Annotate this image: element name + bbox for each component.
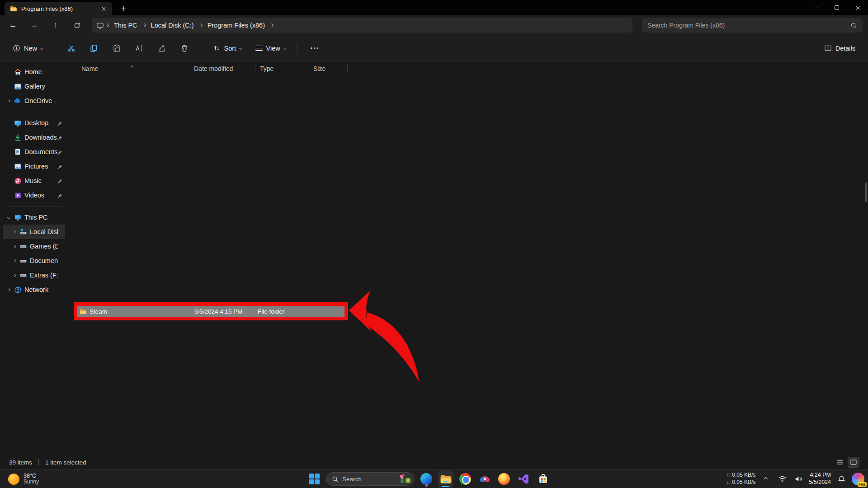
details-view-button[interactable] xyxy=(835,457,845,467)
sidebar-item-gallery[interactable]: Gallery xyxy=(3,79,65,94)
clock-widget[interactable]: 4:24 PM 5/5/2024 xyxy=(809,472,831,486)
sidebar-item-documents-e[interactable]: Documents (E:) xyxy=(3,253,65,268)
file-row-steam[interactable]: Steam 5/5/2024 4:15 PM File folder xyxy=(77,306,344,317)
sidebar-item-label: Pictures xyxy=(24,163,58,170)
column-header-date-modified[interactable]: Date modified xyxy=(194,63,233,75)
maximize-button[interactable] xyxy=(826,0,847,15)
chevron-right-icon xyxy=(105,23,109,27)
column-header-size[interactable]: Size xyxy=(313,63,326,75)
wifi-button[interactable] xyxy=(776,472,788,486)
breadcrumb-local-disk[interactable]: Local Disk (C:) xyxy=(147,20,198,30)
weather-widget[interactable]: 38°C Sunny xyxy=(5,469,42,488)
copy-button[interactable] xyxy=(85,40,103,57)
upload-speed: ↑: 0.05 KB/s xyxy=(726,472,756,479)
large-icons-view-button[interactable] xyxy=(848,457,859,467)
taskbar-center xyxy=(307,469,551,488)
delete-button[interactable] xyxy=(175,40,193,57)
notifications-button[interactable] xyxy=(835,472,847,486)
details-pane-button[interactable]: Details xyxy=(820,41,860,55)
sidebar-item-pictures[interactable]: Pictures xyxy=(3,159,65,174)
search-highlight-doodle xyxy=(398,474,411,484)
divider xyxy=(201,42,201,54)
sidebar-item-games-d[interactable]: Games (D:) xyxy=(3,239,65,253)
sidebar-item-this-pc[interactable]: This PC xyxy=(3,210,65,225)
explorer-tab[interactable]: Program Files (x86) xyxy=(5,2,112,15)
share-button[interactable] xyxy=(153,40,171,57)
chrome-app-button[interactable] xyxy=(458,470,473,488)
start-button[interactable] xyxy=(307,470,322,488)
sidebar-item-videos[interactable]: Videos xyxy=(3,188,65,202)
sidebar-item-downloads[interactable]: Downloads xyxy=(3,130,65,145)
cut-button[interactable] xyxy=(62,40,80,57)
drive-icon xyxy=(19,271,27,279)
sidebar-item-desktop[interactable]: Desktop xyxy=(3,116,65,130)
network-speed-widget[interactable]: ↑: 0.05 KB/s ↓: 0.05 KB/s xyxy=(726,472,756,486)
column-divider[interactable] xyxy=(309,65,309,73)
visual-studio-app-button[interactable] xyxy=(516,470,531,488)
minimize-button[interactable] xyxy=(806,0,826,15)
close-button[interactable] xyxy=(847,0,868,15)
breadcrumb-this-pc[interactable]: This PC xyxy=(110,20,141,30)
details-pane-icon xyxy=(824,44,832,52)
firefox-app-button[interactable] xyxy=(496,470,512,488)
column-divider[interactable] xyxy=(255,65,255,73)
search-icon xyxy=(850,22,857,29)
chevron-right-icon xyxy=(11,245,17,248)
new-tab-button[interactable] xyxy=(118,4,128,14)
forward-button[interactable]: → xyxy=(27,18,42,33)
sidebar-item-home[interactable]: Home xyxy=(3,65,65,79)
sort-button[interactable]: Sort xyxy=(208,41,246,55)
back-button[interactable]: ← xyxy=(5,18,21,33)
pictures-icon xyxy=(14,162,22,170)
view-button[interactable]: View xyxy=(251,42,291,55)
divider xyxy=(38,459,39,465)
chevron-right-icon xyxy=(11,260,17,262)
explorer-search xyxy=(642,18,863,33)
sidebar-item-local-disk-c[interactable]: Local Disk (C:) xyxy=(3,225,65,239)
chevron-right-icon xyxy=(11,274,17,277)
column-header-name[interactable]: Name xyxy=(81,63,98,75)
breadcrumb[interactable]: This PC Local Disk (C:) Program Files (x… xyxy=(92,18,632,33)
tab-close-button[interactable] xyxy=(99,4,108,14)
sidebar-item-music[interactable]: Music xyxy=(3,174,65,188)
close-icon xyxy=(101,6,106,11)
divider xyxy=(93,459,93,465)
column-divider[interactable] xyxy=(347,65,348,73)
firefox-icon xyxy=(498,473,510,485)
sidebar-item-network[interactable]: Network xyxy=(3,282,65,297)
refresh-button[interactable] xyxy=(69,18,85,33)
chevron-up-icon xyxy=(764,477,768,481)
chevron-right-icon xyxy=(198,23,202,27)
rename-icon xyxy=(135,44,143,52)
plus-icon xyxy=(121,6,126,11)
sidebar-item-onedrive[interactable]: OneDrive - Personal xyxy=(3,94,65,108)
explorer-search-input[interactable] xyxy=(647,22,850,29)
more-options-button[interactable] xyxy=(305,40,323,57)
column-header-type[interactable]: Type xyxy=(260,63,274,75)
taskbar-search-input[interactable] xyxy=(342,476,394,483)
edge-app-button[interactable] xyxy=(419,470,434,488)
photos-app-button[interactable] xyxy=(477,470,492,488)
copilot-button[interactable]: PRE xyxy=(852,473,864,485)
tab-title: Program Files (x86) xyxy=(21,5,94,12)
sidebar-item-documents[interactable]: Documents xyxy=(3,145,65,159)
breadcrumb-program-files[interactable]: Program Files (x86) xyxy=(204,20,269,30)
paste-button[interactable] xyxy=(108,40,126,57)
item-count: 39 items xyxy=(9,459,32,466)
column-divider[interactable] xyxy=(190,65,190,73)
pin-icon xyxy=(57,120,62,127)
sidebar-item-extras-f[interactable]: Extras (F:) xyxy=(3,268,65,282)
rename-button[interactable] xyxy=(130,40,148,57)
divider xyxy=(5,112,63,112)
scrollbar-thumb[interactable] xyxy=(865,183,867,202)
taskbar-search[interactable] xyxy=(326,472,415,486)
up-button[interactable]: ↑ xyxy=(48,18,63,33)
tray-overflow-button[interactable] xyxy=(760,472,772,486)
file-explorer-app-button[interactable] xyxy=(438,470,453,488)
file-name: Steam xyxy=(90,308,107,315)
microsoft-store-app-button[interactable] xyxy=(535,470,551,488)
sun-icon xyxy=(8,474,19,485)
volume-button[interactable] xyxy=(793,472,804,486)
desktop-screen: Program Files (x86) ← → ↑ This PC Local … xyxy=(0,0,868,488)
new-button[interactable]: New xyxy=(8,41,47,55)
